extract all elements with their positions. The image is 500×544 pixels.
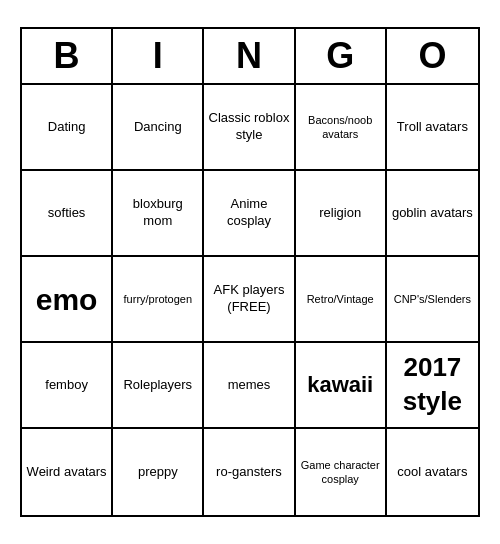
bingo-header: BINGO	[22, 29, 478, 85]
bingo-cell: Roleplayers	[113, 343, 204, 429]
bingo-cell: Troll avatars	[387, 85, 478, 171]
bingo-cell: kawaii	[296, 343, 387, 429]
header-letter: O	[387, 29, 478, 83]
bingo-cell: AFK players (FREE)	[204, 257, 295, 343]
bingo-cell: goblin avatars	[387, 171, 478, 257]
bingo-cell: Dancing	[113, 85, 204, 171]
bingo-cell: Retro/Vintage	[296, 257, 387, 343]
bingo-cell: religion	[296, 171, 387, 257]
bingo-cell: Anime cosplay	[204, 171, 295, 257]
bingo-cell: softies	[22, 171, 113, 257]
bingo-cell: Bacons/noob avatars	[296, 85, 387, 171]
bingo-cell: 2017 style	[387, 343, 478, 429]
bingo-cell: cool avatars	[387, 429, 478, 515]
bingo-cell: furry/protogen	[113, 257, 204, 343]
bingo-grid: DatingDancingClassic roblox styleBacons/…	[22, 85, 478, 515]
bingo-cell: emo	[22, 257, 113, 343]
header-letter: N	[204, 29, 295, 83]
bingo-cell: Game character cosplay	[296, 429, 387, 515]
bingo-card: BINGO DatingDancingClassic roblox styleB…	[20, 27, 480, 517]
header-letter: I	[113, 29, 204, 83]
bingo-cell: Dating	[22, 85, 113, 171]
bingo-cell: Weird avatars	[22, 429, 113, 515]
header-letter: B	[22, 29, 113, 83]
bingo-cell: CNP's/Slenders	[387, 257, 478, 343]
bingo-cell: memes	[204, 343, 295, 429]
bingo-cell: Classic roblox style	[204, 85, 295, 171]
bingo-cell: bloxburg mom	[113, 171, 204, 257]
bingo-cell: ro-gansters	[204, 429, 295, 515]
bingo-cell: femboy	[22, 343, 113, 429]
header-letter: G	[296, 29, 387, 83]
bingo-cell: preppy	[113, 429, 204, 515]
